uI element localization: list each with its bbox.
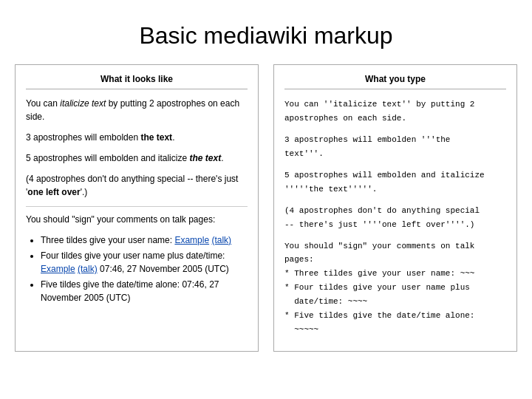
bold-italic-code-section: 5 apostrophes will embolden and italiciz… [284,168,506,196]
embolden-text-before: 3 apostrophes will embolden [26,132,140,143]
four-apos-code: (4 apostrophes don't do anything special… [284,206,485,229]
sign-list: Three tildes give your user name: Exampl… [41,233,248,304]
example-link-2[interactable]: Example [41,264,75,274]
list-item: Five tildes give the date/time alone: 07… [41,278,248,304]
four-apos-code-section: (4 apostrophes don't do anything special… [284,203,506,231]
left-column-header: What it looks like [26,72,248,89]
bold-italic-text-before: 5 apostrophes will embolden and italiciz… [26,153,189,163]
bold-italic-section: 5 apostrophes will embolden and italiciz… [26,151,248,165]
bold-demo: the text [140,132,172,143]
sign-header-left: You should "sign" your comments on talk … [26,213,248,226]
right-column-header: What you type [284,72,506,89]
bold-italic-text-after: . [221,153,223,163]
four-apos-text: (4 apostrophes don't do anything special… [26,174,238,197]
page-title: Basic mediawiki markup [0,0,532,64]
sign-code: You should "sign" your comments on talk … [284,242,474,335]
sign-header-text: You should "sign" your comments on talk … [26,214,215,225]
italicize-code: You can ''italicize text'' by putting 2 … [284,100,474,123]
main-content: What it looks like You can italicize tex… [0,64,532,352]
one-left-over: one left over [27,187,80,197]
bold-italic-code: 5 apostrophes will embolden and italiciz… [284,171,485,194]
left-column: What it looks like You can italicize tex… [15,64,259,352]
italicize-section: You can italicize text by putting 2 apos… [26,97,248,123]
talk-link-1[interactable]: (talk) [211,235,231,245]
four-apos-section: (4 apostrophes don't do anything special… [26,172,248,199]
italicize-text-before: You can [26,98,60,109]
list-item: Three tildes give your user name: Exampl… [41,233,248,247]
bold-italic-demo: the text [189,153,221,163]
list-item: Four tildes give your user name plus dat… [41,249,248,276]
embolden-section: 3 apostrophes will embolden the text. [26,131,248,144]
talk-link-2[interactable]: (talk) [78,264,98,274]
sign-code-section: You should "sign" your comments on talk … [284,239,506,337]
embolden-code: 3 apostrophes will embolden '''the text'… [284,135,450,158]
embolden-code-section: 3 apostrophes will embolden '''the text'… [284,132,506,160]
right-column: What you type You can ''italicize text''… [273,64,517,352]
italic-demo: italicize text [60,98,106,109]
example-link-1[interactable]: Example [174,235,209,245]
embolden-text-after: . [172,132,174,143]
divider [26,206,248,207]
italicize-code-section: You can ''italicize text'' by putting 2 … [284,97,506,125]
